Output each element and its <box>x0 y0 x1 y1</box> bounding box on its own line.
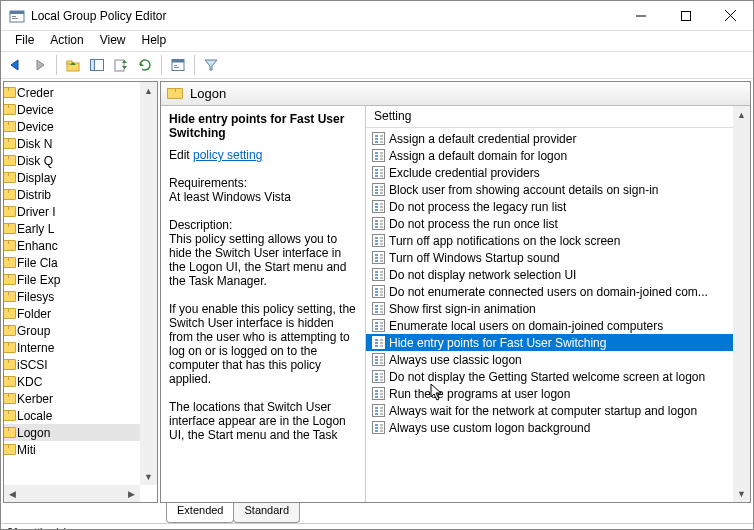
tab-standard[interactable]: Standard <box>233 503 300 523</box>
tree-item[interactable]: >Display <box>3 169 157 186</box>
description-body-1: This policy setting allows you to hide t… <box>169 232 357 288</box>
list-item[interactable]: Turn off Windows Startup sound <box>366 249 733 266</box>
minimize-button[interactable] <box>618 1 663 30</box>
list-item[interactable]: Always wait for the network at computer … <box>366 402 733 419</box>
tree-item[interactable]: File Cla <box>3 254 157 271</box>
list-item[interactable]: Hide entry points for Fast User Switchin… <box>366 334 733 351</box>
menu-bar: File Action View Help <box>1 31 753 51</box>
up-folder-button[interactable] <box>62 54 84 76</box>
tree-item-label: File Exp <box>17 273 60 287</box>
tree-item[interactable]: >Miti <box>3 441 157 458</box>
list-item[interactable]: Run these programs at user logon <box>366 385 733 402</box>
list-item[interactable]: Show first sign-in animation <box>366 300 733 317</box>
list-item[interactable]: Do not process the run once list <box>366 215 733 232</box>
list-item[interactable]: Turn off app notifications on the lock s… <box>366 232 733 249</box>
menu-help[interactable]: Help <box>134 31 175 51</box>
tree-item[interactable]: >Filesys <box>3 288 157 305</box>
list-item-label: Show first sign-in animation <box>389 302 536 316</box>
show-tree-button[interactable] <box>86 54 108 76</box>
policy-icon <box>372 132 385 145</box>
tree-vscroll[interactable]: ▲▼ <box>140 82 157 485</box>
folder-icon <box>3 172 14 183</box>
svg-rect-14 <box>172 60 184 63</box>
list-item[interactable]: Enumerate local users on domain-joined c… <box>366 317 733 334</box>
tree-item-label: Kerber <box>17 392 53 406</box>
description-heading: Description: <box>169 218 357 232</box>
list-item[interactable]: Do not display network selection UI <box>366 266 733 283</box>
tree-item[interactable]: >Device <box>3 118 157 135</box>
list-item[interactable]: Assign a default domain for logon <box>366 147 733 164</box>
requirements-body: At least Windows Vista <box>169 190 357 204</box>
list-item-label: Assign a default credential provider <box>389 132 576 146</box>
tree-item[interactable]: Kerber <box>3 390 157 407</box>
back-button[interactable] <box>5 54 27 76</box>
tree-item[interactable]: Folder <box>3 305 157 322</box>
status-text: 21 setting(s) <box>7 526 68 530</box>
properties-button[interactable] <box>167 54 189 76</box>
tree-item[interactable]: KDC <box>3 373 157 390</box>
tree-item[interactable]: Locale <box>3 407 157 424</box>
tree-item[interactable]: Driver I <box>3 203 157 220</box>
policy-icon <box>372 404 385 417</box>
list-item-label: Enumerate local users on domain-joined c… <box>389 319 663 333</box>
list-item[interactable]: Do not process the legacy run list <box>366 198 733 215</box>
refresh-button[interactable] <box>134 54 156 76</box>
app-icon <box>9 8 25 24</box>
description-body-3: The locations that Switch User interface… <box>169 400 357 442</box>
tree-item[interactable]: >iSCSI <box>3 356 157 373</box>
list-item-label: Turn off app notifications on the lock s… <box>389 234 620 248</box>
tree-item[interactable]: >Disk N <box>3 135 157 152</box>
tree-item[interactable]: Device <box>3 101 157 118</box>
svg-rect-12 <box>115 60 124 71</box>
policy-icon <box>372 285 385 298</box>
policy-icon <box>372 251 385 264</box>
tree-item-label: Disk Q <box>17 154 53 168</box>
window-title: Local Group Policy Editor <box>31 9 618 23</box>
tab-extended[interactable]: Extended <box>166 503 234 523</box>
filter-button[interactable] <box>200 54 222 76</box>
svg-rect-1 <box>10 11 24 14</box>
list-item[interactable]: Always use custom logon background <box>366 419 733 436</box>
list-item[interactable]: Do not enumerate connected users on doma… <box>366 283 733 300</box>
export-button[interactable] <box>110 54 132 76</box>
tree-item[interactable]: Creder <box>3 84 157 101</box>
svg-rect-11 <box>91 60 95 71</box>
tree-item[interactable]: Distrib <box>3 186 157 203</box>
tree-item[interactable]: >Disk Q <box>3 152 157 169</box>
folder-icon <box>3 342 14 353</box>
folder-icon <box>3 325 14 336</box>
tree-item-label: iSCSI <box>17 358 48 372</box>
list-item[interactable]: Assign a default credential provider <box>366 130 733 147</box>
menu-view[interactable]: View <box>92 31 134 51</box>
tree-item[interactable]: >File Exp <box>3 271 157 288</box>
tree-item[interactable]: Early L <box>3 220 157 237</box>
tree-item-label: Miti <box>17 443 36 457</box>
list-item[interactable]: Do not display the Getting Started welco… <box>366 368 733 385</box>
tree-item-label: Driver I <box>17 205 56 219</box>
forward-button[interactable] <box>29 54 51 76</box>
list-item[interactable]: Always use classic logon <box>366 351 733 368</box>
column-header-setting[interactable]: Setting <box>366 106 750 128</box>
list-item[interactable]: Exclude credential providers <box>366 164 733 181</box>
list-item-label: Exclude credential providers <box>389 166 540 180</box>
requirements-heading: Requirements: <box>169 176 357 190</box>
tree-item[interactable]: Logon <box>3 424 157 441</box>
maximize-button[interactable] <box>663 1 708 30</box>
tree-item[interactable]: >Interne <box>3 339 157 356</box>
close-button[interactable] <box>708 1 753 30</box>
list-item[interactable]: Block user from showing account details … <box>366 181 733 198</box>
tree-hscroll[interactable]: ◀▶ <box>4 485 140 502</box>
list-item-label: Do not process the run once list <box>389 217 558 231</box>
tree-item-label: Enhanc <box>17 239 58 253</box>
edit-policy-link[interactable]: policy setting <box>193 148 262 162</box>
description-body-2: If you enable this policy setting, the S… <box>169 302 357 386</box>
tree-item[interactable]: Enhanc <box>3 237 157 254</box>
tree-item[interactable]: >Group <box>3 322 157 339</box>
crumb-label: Logon <box>190 86 226 101</box>
svg-rect-16 <box>174 67 179 68</box>
menu-file[interactable]: File <box>7 31 42 51</box>
folder-icon <box>167 88 181 99</box>
list-vscroll[interactable]: ▲▼ <box>733 106 750 502</box>
tree-item-label: Group <box>17 324 50 338</box>
menu-action[interactable]: Action <box>42 31 91 51</box>
